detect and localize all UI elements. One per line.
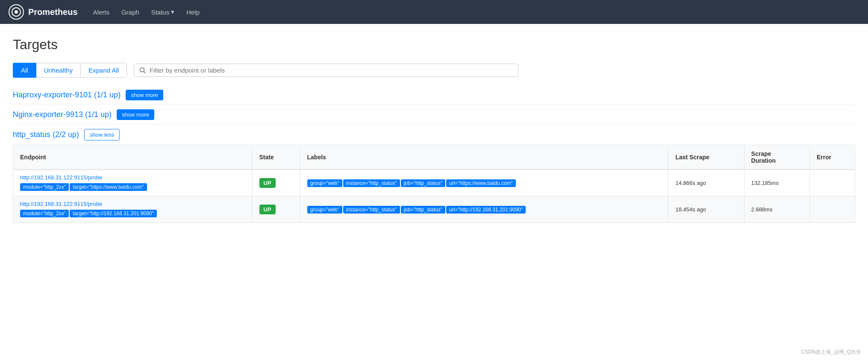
table-body: http://192.168.31.122:9115/probemodule="… (13, 170, 855, 223)
target-group-http-status-title[interactable]: http_status (2/2 up) (13, 130, 79, 139)
filter-bar: All Unhealthy Expand All (13, 63, 855, 78)
cell-last-scrape: 14.866s ago (668, 170, 744, 196)
btn-expand-all[interactable]: Expand All (81, 63, 127, 78)
endpoint-tag: target="https://www.baidu.com" (70, 183, 147, 191)
table-row: http://192.168.31.122:9115/probemodule="… (13, 170, 855, 196)
table-header: Endpoint State Labels Last Scrape Scrape… (13, 145, 855, 170)
target-group-http-status-header: http_status (2/2 up) show less (13, 129, 855, 140)
prometheus-logo (9, 4, 24, 20)
col-labels: Labels (300, 145, 668, 170)
cell-state: UP (252, 196, 300, 223)
table-row: http://192.168.31.122:9115/probemodule="… (13, 196, 855, 223)
search-icon (139, 67, 146, 74)
nav-links: Alerts Graph Status ▾ Help (88, 6, 205, 18)
target-group-nginx-title[interactable]: Nginx-exporter-9913 (1/1 up) (13, 110, 112, 119)
nav-status[interactable]: Status ▾ (146, 6, 180, 18)
target-group-haproxy-header: Haproxy-exporter-9101 (1/1 up) show more (13, 90, 855, 100)
nav-alerts[interactable]: Alerts (88, 6, 115, 18)
cell-error (809, 196, 855, 223)
brand-link[interactable]: Prometheus (9, 4, 78, 20)
nav-status-label: Status (151, 9, 170, 16)
chevron-down-icon: ▾ (171, 8, 174, 16)
search-box (134, 64, 518, 77)
endpoint-tag: target="http://192.168.31.201:9090" (70, 210, 157, 217)
divider-1 (13, 105, 855, 105)
col-state: State (252, 145, 300, 170)
cell-scrape-duration: 2.688ms (744, 196, 809, 223)
btn-unhealthy[interactable]: Unhealthy (36, 63, 81, 78)
label-tag: group="web" (307, 206, 342, 214)
navbar: Prometheus Alerts Graph Status ▾ Help (0, 0, 868, 24)
targets-table: Endpoint State Labels Last Scrape Scrape… (13, 145, 855, 223)
brand-name: Prometheus (28, 7, 78, 17)
cell-error (809, 170, 855, 196)
endpoint-tag: module="http_2xx" (20, 210, 69, 217)
filter-btn-group: All Unhealthy Expand All (13, 63, 127, 78)
divider-2 (13, 124, 855, 125)
endpoint-link[interactable]: http://192.168.31.122:9115/probe (20, 174, 245, 181)
label-tag: url="http://192.168.31.201:9090" (446, 206, 526, 214)
nginx-show-more-button[interactable]: show more (117, 109, 154, 120)
svg-point-1 (15, 10, 18, 14)
svg-point-2 (140, 67, 144, 72)
btn-all[interactable]: All (13, 63, 36, 78)
label-tag: instance="http_status" (343, 206, 400, 214)
cell-labels: group="web"instance="http_status"job="ht… (300, 170, 668, 196)
main-content: Targets All Unhealthy Expand All Haproxy… (0, 24, 868, 240)
nav-help[interactable]: Help (181, 6, 205, 18)
target-group-nginx-header: Nginx-exporter-9913 (1/1 up) show more (13, 109, 855, 120)
col-endpoint: Endpoint (13, 145, 253, 170)
label-tag: instance="http_status" (343, 179, 400, 187)
cell-state: UP (252, 170, 300, 196)
cell-endpoint: http://192.168.31.122:9115/probemodule="… (13, 170, 253, 196)
state-badge: UP (259, 178, 276, 188)
label-tag: url="https://www.baidu.com" (446, 179, 516, 187)
cell-scrape-duration: 132.185ms (744, 170, 809, 196)
cell-labels: group="web"instance="http_status"job="ht… (300, 196, 668, 223)
page-title: Targets (13, 37, 855, 53)
label-tag: job="http_status" (401, 179, 445, 187)
endpoint-link[interactable]: http://192.168.31.122:9115/probe (20, 201, 245, 207)
col-last-scrape: Last Scrape (668, 145, 744, 170)
cell-endpoint: http://192.168.31.122:9115/probemodule="… (13, 196, 253, 223)
http-status-show-less-button[interactable]: show less (84, 129, 120, 140)
col-error: Error (809, 145, 855, 170)
state-badge: UP (259, 205, 276, 214)
endpoint-tag: module="http_2xx" (20, 183, 69, 191)
label-tag: job="http_status" (401, 206, 445, 214)
table-header-row: Endpoint State Labels Last Scrape Scrape… (13, 145, 855, 170)
search-input[interactable] (150, 67, 513, 74)
target-group-haproxy-title[interactable]: Haproxy-exporter-9101 (1/1 up) (13, 91, 121, 100)
cell-last-scrape: 18.454s ago (668, 196, 744, 223)
label-tag: group="web" (307, 179, 342, 187)
haproxy-show-more-button[interactable]: show more (126, 90, 163, 100)
svg-line-3 (144, 71, 146, 73)
nav-graph[interactable]: Graph (116, 6, 144, 18)
col-scrape-duration: ScrapeDuration (744, 145, 809, 170)
